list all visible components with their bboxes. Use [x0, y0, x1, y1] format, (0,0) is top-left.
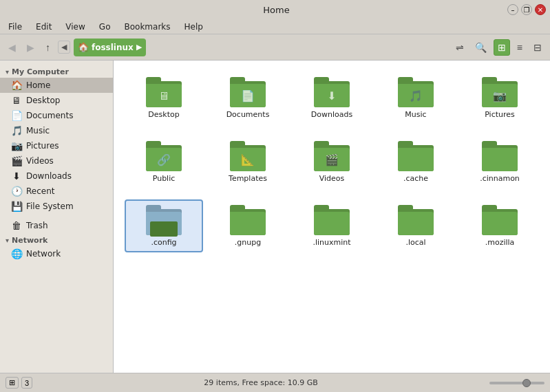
file-item[interactable]: ⬇ Downloads	[293, 72, 371, 124]
file-item[interactable]: 🎵 Music	[377, 72, 455, 124]
forward-button[interactable]: ▶	[23, 39, 39, 56]
sidebar-item-trash[interactable]: 🗑 Trash	[0, 218, 113, 233]
file-label: Pictures	[485, 110, 515, 119]
file-grid: 🖥 Desktop 📄 Documents ⬇ Downloads 🎵 Musi…	[125, 72, 539, 252]
search-button[interactable]: 🔍	[471, 39, 491, 56]
file-item[interactable]: .local	[377, 199, 455, 252]
folder-icon	[314, 205, 350, 235]
file-label: Public	[153, 174, 176, 183]
zoom-slider[interactable]	[489, 382, 544, 384]
file-item[interactable]: 🎬 Videos	[293, 135, 371, 188]
up-button[interactable]: ↑	[41, 39, 54, 56]
folder-icon	[230, 205, 266, 235]
sidebar-item-recent[interactable]: 🕐 Recent	[0, 184, 113, 199]
sidebar-item-pictures[interactable]: 📷 Pictures	[0, 138, 113, 153]
view-compact-button[interactable]: ⊟	[529, 39, 546, 56]
folder-icon	[146, 205, 182, 235]
sidebar-item-home[interactable]: 🏠 Home	[0, 78, 113, 93]
location-prev-button[interactable]: ◀	[58, 41, 70, 54]
sidebar-item-music[interactable]: 🎵 Music	[0, 123, 113, 138]
menubar-item-bookmarks[interactable]: Bookmarks	[121, 21, 173, 32]
statusbar-left: ⊞ 3	[6, 377, 32, 389]
file-item[interactable]: 📐 Templates	[209, 135, 287, 188]
file-item[interactable]: 🖥 Desktop	[125, 72, 203, 124]
sidebar-item-documents-label: Documents	[26, 111, 73, 120]
section-toggle[interactable]: ▾	[6, 68, 9, 76]
file-item[interactable]: .config	[125, 199, 203, 252]
folder-icon	[482, 141, 518, 171]
close-button[interactable]: ✕	[535, 4, 546, 15]
folder-icon	[398, 205, 434, 235]
file-item[interactable]: .gnupg	[209, 199, 287, 252]
network-section: ▾ Network	[0, 233, 113, 246]
menubar-item-view[interactable]: View	[63, 21, 87, 32]
menubar: FileEditViewGoBookmarksHelp	[0, 19, 550, 34]
file-label: .linuxmint	[313, 238, 350, 247]
menubar-item-go[interactable]: Go	[96, 21, 114, 32]
folder-overlay-icon: 🎬	[325, 153, 339, 166]
network-section-toggle[interactable]: ▾	[6, 237, 9, 244]
folder-overlay-icon: 🖥	[158, 89, 169, 102]
filesystem-icon: 💾	[11, 201, 22, 212]
file-label: .cinnamon	[480, 174, 520, 183]
file-item[interactable]: .cinnamon	[461, 135, 539, 188]
sidebar-item-documents[interactable]: 📄 Documents	[0, 108, 113, 123]
sidebar-item-home-label: Home	[26, 80, 50, 90]
folder-overlay-icon: ⬇	[327, 89, 336, 102]
downloads-icon: ⬇	[11, 171, 22, 182]
folder-icon: 🔗	[146, 141, 182, 171]
folder-icon: 🖥	[146, 77, 182, 107]
restore-button[interactable]: ❐	[521, 4, 532, 15]
sidebar-item-desktop[interactable]: 🖥 Desktop	[0, 93, 113, 108]
home-icon: 🏠	[11, 80, 22, 91]
file-label: Music	[405, 110, 426, 119]
sidebar-item-videos[interactable]: 🎬 Videos	[0, 153, 113, 168]
status-text: 29 items, Free space: 10.9 GB	[204, 378, 317, 387]
view-list-button[interactable]: ≡	[513, 39, 527, 56]
sidebar-item-pictures-label: Pictures	[26, 141, 59, 151]
window-title: Home	[45, 5, 507, 15]
file-item[interactable]: .mozilla	[461, 199, 539, 252]
file-item[interactable]: 📷 Pictures	[461, 72, 539, 124]
file-item[interactable]: 🔗 Public	[125, 135, 203, 188]
window-controls: – ❐ ✕	[507, 4, 546, 15]
network-section-label: Network	[12, 236, 47, 245]
file-item[interactable]: 📄 Documents	[209, 72, 287, 124]
desktop-icon: 🖥	[11, 95, 22, 106]
sidebar-item-network[interactable]: 🌐 Network	[0, 246, 113, 261]
main-layout: ▾ My Computer 🏠 Home 🖥 Desktop 📄 Documen…	[0, 61, 550, 373]
file-label: Templates	[229, 174, 267, 183]
home-icon: 🏠	[78, 42, 89, 52]
statusbar-btn1[interactable]: ⊞	[6, 377, 19, 389]
view-grid-button[interactable]: ⊞	[494, 39, 510, 56]
file-item[interactable]: .linuxmint	[293, 199, 371, 252]
statusbar-btn2[interactable]: 3	[21, 377, 32, 389]
minimize-button[interactable]: –	[507, 4, 518, 15]
file-item[interactable]: .cache	[377, 135, 455, 188]
sidebar-item-downloads[interactable]: ⬇ Downloads	[0, 168, 113, 184]
location-bar[interactable]: 🏠 fosslinux ▶	[74, 39, 146, 56]
back-button[interactable]: ◀	[4, 39, 20, 56]
path-toggle-button[interactable]: ⇌	[452, 39, 468, 56]
zoom-thumb[interactable]	[522, 379, 531, 387]
sidebar-item-filesystem[interactable]: 💾 File System	[0, 199, 113, 214]
my-computer-label: My Computer	[12, 67, 69, 76]
file-label: Videos	[319, 174, 345, 183]
menubar-item-file[interactable]: File	[6, 21, 25, 32]
recent-icon: 🕐	[11, 186, 22, 197]
file-label: .local	[405, 238, 425, 247]
file-label: .mozilla	[485, 238, 515, 247]
file-label: Downloads	[311, 110, 352, 119]
documents-icon: 📄	[11, 110, 22, 121]
menubar-item-help[interactable]: Help	[182, 21, 206, 32]
folder-icon: 🎬	[314, 141, 350, 171]
file-label: Desktop	[148, 110, 179, 119]
sidebar-item-recent-label: Recent	[26, 186, 54, 196]
menubar-item-edit[interactable]: Edit	[33, 21, 54, 32]
folder-icon: 🎵	[398, 77, 434, 107]
folder-icon: 📄	[230, 77, 266, 107]
location-next-button[interactable]: ▶	[136, 43, 142, 52]
sidebar-item-trash-label: Trash	[26, 221, 48, 230]
file-area: 🖥 Desktop 📄 Documents ⬇ Downloads 🎵 Musi…	[114, 61, 550, 373]
sidebar-item-filesystem-label: File System	[26, 202, 74, 211]
